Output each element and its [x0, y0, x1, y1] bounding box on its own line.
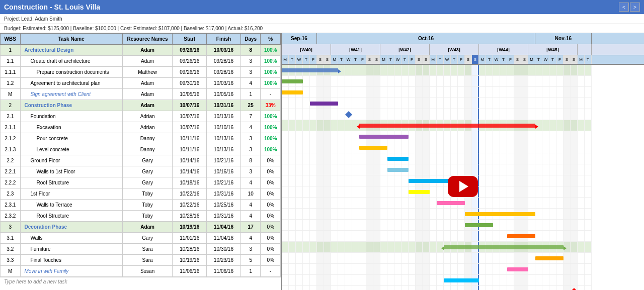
gantt-day-cell: W — [345, 55, 352, 64]
table-row[interactable]: 3.2FurnitureSara10/28/1610/30/1630% — [1, 244, 281, 255]
table-row[interactable]: 2.2.1Walls to 1st FloorGary10/14/1610/16… — [1, 166, 281, 177]
nav-back-button[interactable]: < — [619, 3, 629, 12]
cell-finish: 10/21/16 — [207, 177, 241, 188]
gantt-day-cell: M — [578, 55, 585, 64]
table-row[interactable]: 2.1.3Level concreteDanny10/11/1610/13/16… — [1, 144, 281, 155]
gantt-month-label: Sep-16 — [282, 33, 317, 44]
cell-pct: 100% — [261, 67, 281, 78]
table-row[interactable]: MMove in with FamilySusan11/06/1611/06/1… — [1, 266, 281, 277]
cell-days: 3 — [240, 144, 261, 155]
cell-resource: Toby — [122, 188, 173, 200]
nav-forward-button[interactable]: > — [630, 3, 640, 12]
gantt-bar — [507, 234, 535, 238]
gantt-row — [282, 76, 592, 87]
table-row[interactable]: MSign agreement with ClientAdam10/05/161… — [1, 89, 281, 100]
cell-finish: 10/31/16 — [207, 188, 241, 200]
table-row[interactable]: 1.1Create draft of architectureAdam09/26… — [1, 56, 281, 67]
cell-task: Decoration Phase — [20, 222, 122, 233]
cell-start: 10/18/16 — [173, 177, 207, 188]
cell-pct: 100% — [261, 111, 281, 122]
cell-days: 4 — [240, 122, 261, 133]
table-row[interactable]: 2Construction PhaseAdam10/07/1610/31/162… — [1, 100, 281, 111]
cell-start: 10/14/16 — [173, 166, 207, 177]
cell-task: Architectural Design — [20, 45, 122, 56]
cell-days: 3 — [240, 56, 261, 67]
cell-finish: 09/28/16 — [207, 67, 241, 78]
youtube-overlay[interactable] — [448, 176, 478, 197]
gantt-row — [282, 242, 592, 253]
gantt-day-cell: W — [493, 55, 500, 64]
cell-resource: Adam — [122, 222, 173, 233]
project-lead-bar: Project Lead: Adam Smith — [0, 14, 644, 24]
cell-task: Furniture — [20, 244, 122, 255]
table-row[interactable]: 2.1.2Pour concreteDanny10/11/1610/13/163… — [1, 133, 281, 144]
col-days: Days — [240, 34, 261, 45]
cell-finish: 10/13/16 — [207, 133, 241, 144]
cell-start: 09/30/16 — [173, 78, 207, 89]
gantt-row — [282, 175, 592, 186]
table-row[interactable]: 2.2.2Roof StructureGary10/18/1610/21/164… — [1, 177, 281, 188]
navigation-arrows: < > — [619, 3, 640, 12]
cell-days: 3 — [240, 67, 261, 78]
gantt-day-cell: S — [571, 55, 578, 64]
cell-wbs: 2.2.1 — [1, 166, 21, 177]
cell-pct: 0% — [261, 211, 281, 222]
cell-finish: 10/03/16 — [207, 45, 241, 56]
table-row[interactable]: 2.1.1ExcavationAdrian10/07/1610/10/16410… — [1, 122, 281, 133]
gantt-day-cell: W — [444, 55, 451, 64]
cell-pct: 0% — [261, 155, 281, 166]
table-row[interactable]: 1Architectural DesignAdam09/26/1610/03/1… — [1, 45, 281, 56]
cell-wbs: 1 — [1, 45, 21, 56]
table-row[interactable]: 1.1.1Prepare construction documentsMatth… — [1, 67, 281, 78]
gantt-bar-group — [359, 124, 535, 128]
cell-finish: 10/16/16 — [207, 166, 241, 177]
cell-wbs: 1.1 — [1, 56, 21, 67]
cell-resource: Toby — [122, 211, 173, 222]
cell-task: Foundation — [20, 111, 122, 122]
gantt-day-cell: M — [528, 55, 535, 64]
gantt-day-cell: S — [472, 55, 479, 64]
table-row[interactable]: 2.3.2Roof StructureToby10/28/1610/31/164… — [1, 211, 281, 222]
cell-pct: 100% — [261, 144, 281, 155]
cell-pct: 0% — [261, 222, 281, 233]
cell-days: 4 — [240, 233, 261, 244]
gantt-months-row: Sep-16Oct-16Nov-16 — [282, 33, 644, 44]
gantt-day-cell: S — [564, 55, 571, 64]
cell-wbs: 2 — [1, 100, 21, 111]
gantt-month-label: Oct-16 — [317, 33, 535, 44]
cell-finish: 10/30/16 — [207, 244, 241, 255]
cell-resource: Danny — [122, 133, 173, 144]
gantt-day-cell: S — [423, 55, 430, 64]
table-row[interactable]: 2.31st FloorToby10/22/1610/31/16100% — [1, 188, 281, 200]
gantt-bar — [437, 201, 465, 205]
gantt-week-label: [W45] — [528, 44, 578, 55]
gantt-day-cell: F — [556, 55, 564, 64]
youtube-play-button[interactable] — [448, 176, 478, 197]
project-lead-text: Project Lead: Adam Smith — [4, 16, 62, 22]
cell-wbs: 2.2 — [1, 155, 21, 166]
cell-task: Move in with Family — [20, 266, 122, 277]
col-resource: Resource Names — [122, 34, 173, 45]
add-task-input[interactable]: Type here to add a new task — [0, 277, 281, 288]
cell-resource: Adam — [122, 89, 173, 100]
gantt-day-cell: S — [465, 55, 472, 64]
table-row[interactable]: 1.2Agreement to architectural planAdam09… — [1, 78, 281, 89]
gantt-bar — [444, 278, 479, 282]
cell-pct: 100% — [261, 133, 281, 144]
table-row[interactable]: 3.1WallsGary11/01/1611/04/1640% — [1, 233, 281, 244]
table-row[interactable]: 2.2Ground FloorGary10/14/1610/21/1680% — [1, 155, 281, 166]
gantt-week-extra — [578, 44, 592, 55]
gantt-bar-group — [444, 245, 564, 249]
gantt-row — [282, 153, 592, 164]
cell-days: 4 — [240, 200, 261, 211]
table-row[interactable]: 3.3Final TouchesSara10/19/1610/23/1650% — [1, 255, 281, 266]
cell-wbs: 3.2 — [1, 244, 21, 255]
gantt-day-cell: T — [535, 55, 542, 64]
cell-task: Excavation — [20, 122, 122, 133]
cell-wbs: 2.1.3 — [1, 144, 21, 155]
table-row[interactable]: 2.1FoundationAdrian10/07/1610/13/167100% — [1, 111, 281, 122]
table-row[interactable]: 3Decoration PhaseAdam10/19/1611/04/16170… — [1, 222, 281, 233]
budget-text: Budget: Estimated: $125,000 | Baseline: … — [4, 26, 263, 31]
table-row[interactable]: 2.3.1Walls to TerraceToby10/22/1610/25/1… — [1, 200, 281, 211]
cell-finish: 10/21/16 — [207, 155, 241, 166]
